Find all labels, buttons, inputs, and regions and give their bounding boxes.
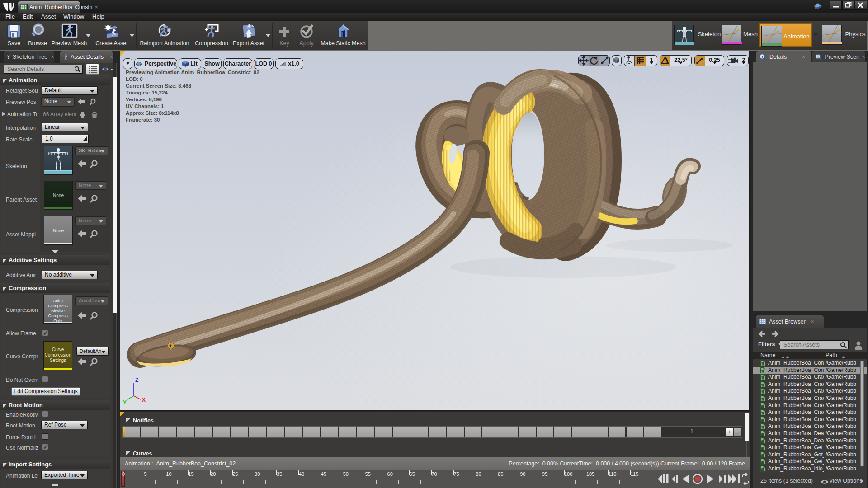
svg-text:Y: Y xyxy=(123,399,127,404)
svg-text:Z: Z xyxy=(135,377,138,383)
svg-text:X: X xyxy=(142,397,146,403)
